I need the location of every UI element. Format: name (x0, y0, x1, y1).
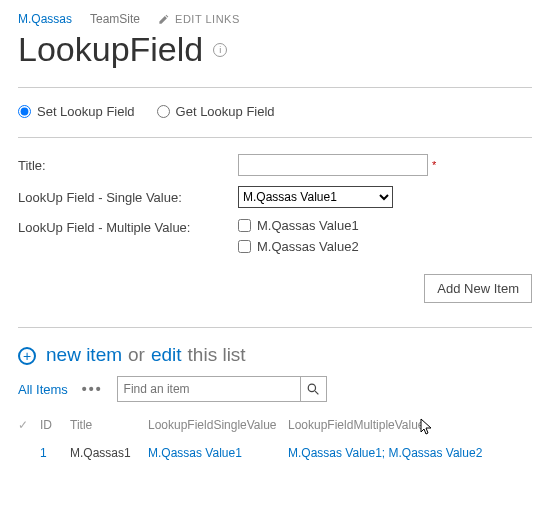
row-single[interactable]: M.Qassas Value1 (148, 446, 288, 460)
this-list-text: this list (188, 344, 246, 366)
add-button-row: Add New Item (18, 274, 532, 303)
or-text: or (128, 344, 145, 366)
multi-checkbox-2-label: M.Qassas Value2 (257, 239, 359, 254)
multi-checkbox-2-input[interactable] (238, 240, 251, 253)
svg-point-0 (308, 384, 315, 391)
col-check-header[interactable]: ✓ (18, 418, 40, 432)
multi-checkbox-group: M.Qassas Value1 M.Qassas Value2 (238, 218, 359, 254)
radio-set-label: Set Lookup Field (37, 104, 135, 119)
single-label: LookUp Field - Single Value: (18, 190, 238, 205)
svg-line-1 (315, 391, 318, 394)
col-title-header[interactable]: Title (70, 418, 148, 432)
view-row: All Items ••• (18, 376, 532, 402)
divider (18, 137, 532, 138)
ellipsis-icon[interactable]: ••• (82, 381, 103, 397)
form-row-title: Title: * (18, 154, 532, 176)
multi-checkbox-1-label: M.Qassas Value1 (257, 218, 359, 233)
col-id-header[interactable]: ID (40, 418, 70, 432)
new-item-link[interactable]: new item (46, 344, 122, 366)
col-single-header[interactable]: LookupFieldSingleValue (148, 418, 288, 432)
radio-set-input[interactable] (18, 105, 31, 118)
breadcrumb-site[interactable]: M.Qassas (18, 12, 72, 26)
check-icon: ✓ (18, 418, 28, 432)
row-id[interactable]: 1 (40, 446, 70, 460)
required-mark: * (432, 159, 436, 171)
add-new-item-button[interactable]: Add New Item (424, 274, 532, 303)
col-multi-header[interactable]: LookupFieldMultipleValue (288, 418, 532, 432)
form-row-multi: LookUp Field - Multiple Value: M.Qassas … (18, 218, 532, 254)
list-table: ✓ ID Title LookupFieldSingleValue Lookup… (18, 418, 532, 460)
radio-get-input[interactable] (157, 105, 170, 118)
page-title-row: LookupField i (18, 30, 532, 69)
divider (18, 87, 532, 88)
single-select[interactable]: M.Qassas Value1 (238, 186, 393, 208)
multi-checkbox-2[interactable]: M.Qassas Value2 (238, 239, 359, 254)
multi-checkbox-1[interactable]: M.Qassas Value1 (238, 218, 359, 233)
search-wrap (117, 376, 327, 402)
title-label: Title: (18, 158, 238, 173)
pencil-icon (158, 14, 169, 25)
table-row[interactable]: 1 M.Qassas1 M.Qassas Value1 M.Qassas Val… (18, 436, 532, 460)
edit-link[interactable]: edit (151, 344, 182, 366)
edit-links[interactable]: EDIT LINKS (158, 13, 240, 25)
list-actions: + new item or edit this list (18, 344, 532, 366)
plus-icon[interactable]: + (18, 347, 36, 365)
radio-get-label: Get Lookup Field (176, 104, 275, 119)
breadcrumb: M.Qassas TeamSite EDIT LINKS (18, 12, 532, 26)
table-header: ✓ ID Title LookupFieldSingleValue Lookup… (18, 418, 532, 436)
radio-get-lookup[interactable]: Get Lookup Field (157, 104, 275, 119)
form-row-single: LookUp Field - Single Value: M.Qassas Va… (18, 186, 532, 208)
view-all-items[interactable]: All Items (18, 382, 68, 397)
breadcrumb-teamsite[interactable]: TeamSite (90, 12, 140, 26)
row-multi[interactable]: M.Qassas Value1; M.Qassas Value2 (288, 446, 532, 460)
page-title: LookupField (18, 30, 203, 69)
search-input[interactable] (118, 382, 300, 396)
radio-set-lookup[interactable]: Set Lookup Field (18, 104, 135, 119)
info-icon[interactable]: i (213, 43, 227, 57)
divider (18, 327, 532, 328)
radio-group: Set Lookup Field Get Lookup Field (18, 104, 532, 119)
edit-links-label: EDIT LINKS (175, 13, 240, 25)
search-icon[interactable] (300, 377, 326, 401)
row-title: M.Qassas1 (70, 446, 148, 460)
multi-label: LookUp Field - Multiple Value: (18, 218, 238, 235)
title-input[interactable] (238, 154, 428, 176)
multi-checkbox-1-input[interactable] (238, 219, 251, 232)
